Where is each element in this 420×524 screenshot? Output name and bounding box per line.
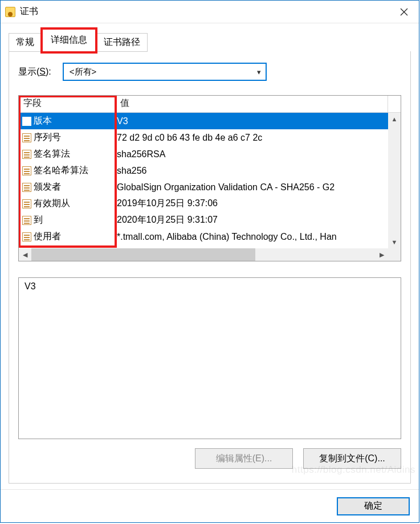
scroll-left-icon[interactable]: ◀ (19, 248, 31, 261)
field-name: 颁发者 (34, 181, 61, 193)
document-icon (22, 232, 31, 241)
field-name: 使用者 (34, 231, 61, 243)
table-row[interactable]: 序列号72 d2 9d c0 b6 43 fe db 4e a6 c7 2c (19, 129, 401, 146)
field-name: 签名算法 (34, 148, 70, 160)
edit-properties-button: 编辑属性(E)... (195, 448, 293, 469)
table-row[interactable]: 签名哈希算法sha256 (19, 162, 401, 179)
cell-field: 使用者 (19, 231, 116, 243)
table-row[interactable]: 使用者*.tmall.com, Alibaba (China) Technolo… (19, 228, 401, 245)
action-button-row: 编辑属性(E)... 复制到文件(C)... (18, 448, 401, 469)
close-icon (400, 8, 408, 16)
field-name: 版本 (34, 115, 52, 127)
certificate-dialog: 证书 常规 详细信息 证书路径 显示(S): <所有> (0, 0, 419, 523)
tab-panel-details: 显示(S): <所有> ▾ 字段 值 版本V3序列号72 d2 9d c0 b6… (9, 51, 411, 484)
table-row[interactable]: 版本V3 (19, 113, 401, 129)
field-detail-textbox[interactable]: V3 (18, 277, 401, 439)
cell-value: *.tmall.com, Alibaba (China) Technology … (116, 232, 401, 242)
cell-value: 2020年10月25日 9:31:07 (116, 214, 401, 226)
cell-field: 到 (19, 214, 116, 226)
tab-cert-path[interactable]: 证书路径 (96, 33, 148, 52)
document-icon (22, 199, 31, 208)
scroll-down-icon[interactable]: ▼ (388, 236, 401, 248)
cell-field: 签名哈希算法 (19, 165, 116, 177)
dialog-footer: 确定 (1, 489, 419, 522)
show-label: 显示(S): (18, 66, 51, 78)
cell-field: 签名算法 (19, 148, 116, 160)
column-header-value[interactable]: 值 (116, 96, 388, 113)
document-icon (22, 216, 31, 225)
cell-field: 有效期从 (19, 198, 116, 210)
field-name: 到 (34, 214, 43, 226)
fields-table: 字段 值 版本V3序列号72 d2 9d c0 b6 43 fe db 4e a… (18, 95, 401, 261)
scrollbar-corner (388, 248, 401, 261)
show-label-prefix: 显示( (18, 67, 39, 76)
table-row[interactable]: 签名算法sha256RSA (19, 146, 401, 162)
copy-to-file-button[interactable]: 复制到文件(C)... (303, 448, 401, 469)
table-header: 字段 值 (19, 96, 401, 113)
cell-value: V3 (116, 116, 401, 126)
document-icon (22, 117, 31, 126)
field-name: 签名哈希算法 (34, 165, 88, 177)
cell-field: 版本 (19, 115, 116, 127)
vertical-scrollbar[interactable]: ▲ ▼ (388, 113, 401, 248)
cell-value: sha256RSA (116, 149, 401, 159)
document-icon (22, 166, 31, 175)
table-body: 版本V3序列号72 d2 9d c0 b6 43 fe db 4e a6 c7 … (19, 113, 401, 261)
show-label-key: S (39, 67, 46, 76)
column-header-scrollspace (388, 96, 401, 113)
show-filter-row: 显示(S): <所有> ▾ (18, 63, 401, 81)
document-icon (22, 133, 31, 142)
tab-details[interactable]: 详细信息 (41, 29, 97, 52)
cell-value: 2019年10月25日 9:37:06 (116, 198, 401, 210)
table-row[interactable]: 到2020年10月25日 9:31:07 (19, 212, 401, 228)
dialog-body: 常规 详细信息 证书路径 显示(S): <所有> ▾ 字段 (1, 23, 419, 489)
show-dropdown[interactable]: <所有> ▾ (63, 63, 267, 81)
cell-value: 72 d2 9d c0 b6 43 fe db 4e a6 c7 2c (116, 133, 401, 143)
cell-value: sha256 (116, 166, 401, 176)
certificate-icon (5, 7, 15, 17)
show-label-suffix: ): (46, 67, 51, 76)
ok-button[interactable]: 确定 (337, 497, 410, 515)
chevron-down-icon: ▾ (257, 68, 261, 76)
close-button[interactable] (389, 1, 419, 23)
cell-value: GlobalSign Organization Validation CA - … (116, 182, 401, 193)
hscroll-thumb[interactable] (31, 248, 255, 261)
scroll-right-icon[interactable]: ▶ (376, 248, 388, 261)
column-header-field[interactable]: 字段 (19, 96, 116, 113)
window-title: 证书 (20, 6, 38, 18)
titlebar: 证书 (1, 1, 419, 23)
field-name: 有效期从 (34, 198, 70, 210)
table-row[interactable]: 有效期从2019年10月25日 9:37:06 (19, 195, 401, 212)
tab-strip: 常规 详细信息 证书路径 (9, 24, 411, 52)
cell-field: 序列号 (19, 132, 116, 144)
horizontal-scrollbar[interactable]: ◀ ▶ (19, 248, 388, 261)
table-row[interactable]: 颁发者GlobalSign Organization Validation CA… (19, 179, 401, 195)
tab-details-label: 详细信息 (51, 35, 87, 44)
document-icon (22, 183, 31, 192)
document-icon (22, 150, 31, 159)
tab-general[interactable]: 常规 (9, 33, 42, 52)
scroll-up-icon[interactable]: ▲ (388, 113, 401, 125)
cell-field: 颁发者 (19, 181, 116, 193)
field-name: 序列号 (34, 132, 61, 144)
show-dropdown-value: <所有> (70, 67, 97, 77)
